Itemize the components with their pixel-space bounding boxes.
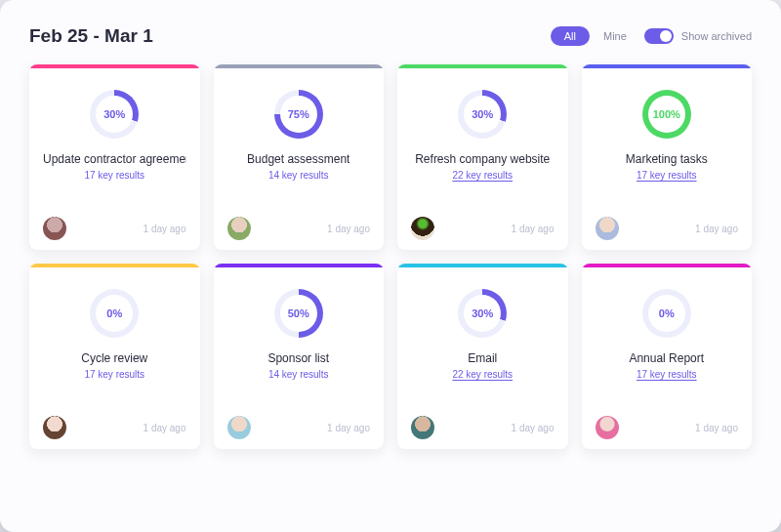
card-footer: 1 day ago <box>596 217 739 240</box>
card-timestamp: 1 day ago <box>327 224 370 234</box>
owner-avatar[interactable] <box>43 416 66 439</box>
progress-ring: 30% <box>458 289 507 338</box>
key-results-link[interactable]: 14 key results <box>268 170 329 181</box>
progress-value: 30% <box>472 108 493 120</box>
owner-avatar[interactable] <box>596 217 619 240</box>
owner-avatar[interactable] <box>227 217 251 240</box>
key-results-link[interactable]: 17 key results <box>637 369 697 380</box>
key-results-link[interactable]: 17 key results <box>637 170 697 181</box>
card-timestamp: 1 day ago <box>695 423 738 433</box>
card-timestamp: 1 day ago <box>512 224 555 234</box>
archive-toggle[interactable] <box>644 28 674 44</box>
progress-ring: 0% <box>90 289 139 338</box>
progress-value: 30% <box>472 307 493 319</box>
card-accent-bar <box>397 264 568 267</box>
goal-card[interactable]: 30%Update contractor agreemen17 key resu… <box>29 64 200 250</box>
archive-toggle-group: Show archived <box>644 28 752 44</box>
card-accent-bar <box>582 264 753 267</box>
key-results-link[interactable]: 22 key results <box>452 369 513 380</box>
header-controls: All Mine Show archived <box>551 26 752 46</box>
progress-ring: 0% <box>642 289 691 338</box>
card-footer: 1 day ago <box>227 416 371 439</box>
filter-tabs: All Mine <box>551 26 627 46</box>
card-title: Marketing tasks <box>626 152 708 166</box>
key-results-link[interactable]: 22 key results <box>452 170 513 181</box>
header: Feb 25 - Mar 1 All Mine Show archived <box>29 25 752 47</box>
goal-card[interactable]: 75%Budget assessment14 key results1 day … <box>214 64 385 250</box>
card-title: Email <box>468 351 497 365</box>
progress-ring: 30% <box>458 90 507 139</box>
progress-value: 30% <box>103 108 125 120</box>
card-accent-bar <box>214 264 385 267</box>
card-timestamp: 1 day ago <box>144 224 186 234</box>
filter-mine-button[interactable]: Mine <box>603 30 627 42</box>
owner-avatar[interactable] <box>227 416 251 439</box>
progress-value: 50% <box>288 307 309 319</box>
owner-avatar[interactable] <box>411 416 434 439</box>
goal-card[interactable]: 30%Email22 key results1 day ago <box>397 264 568 449</box>
key-results-link[interactable]: 17 key results <box>84 369 144 380</box>
card-footer: 1 day ago <box>43 217 186 240</box>
archive-toggle-label: Show archived <box>681 30 752 42</box>
key-results-link[interactable]: 14 key results <box>268 369 329 380</box>
goal-card[interactable]: 50%Sponsor list14 key results1 day ago <box>214 264 385 449</box>
card-title: Annual Report <box>629 351 704 365</box>
goal-card[interactable]: 100%Marketing tasks17 key results1 day a… <box>582 64 753 250</box>
key-results-link[interactable]: 17 key results <box>84 170 144 181</box>
goal-card[interactable]: 0%Annual Report17 key results1 day ago <box>582 264 753 449</box>
card-title: Update contractor agreemen <box>43 152 186 166</box>
owner-avatar[interactable] <box>596 416 619 439</box>
progress-value: 75% <box>288 108 309 120</box>
goal-card[interactable]: 0%Cycle review17 key results1 day ago <box>29 264 200 449</box>
card-footer: 1 day ago <box>43 416 186 439</box>
card-timestamp: 1 day ago <box>144 423 186 433</box>
card-accent-bar <box>214 64 385 68</box>
card-accent-bar <box>397 64 568 68</box>
card-accent-bar <box>29 64 200 68</box>
card-footer: 1 day ago <box>596 416 739 439</box>
progress-value: 0% <box>659 307 675 319</box>
filter-all-button[interactable]: All <box>551 26 590 46</box>
card-footer: 1 day ago <box>411 217 555 240</box>
progress-ring: 75% <box>274 90 323 139</box>
card-accent-bar <box>29 264 200 267</box>
card-title: Sponsor list <box>267 351 329 365</box>
card-title: Budget assessment <box>247 152 349 166</box>
card-timestamp: 1 day ago <box>512 423 555 433</box>
progress-value: 0% <box>106 307 122 319</box>
progress-value: 100% <box>653 108 680 120</box>
progress-ring: 30% <box>90 90 139 139</box>
owner-avatar[interactable] <box>411 217 434 240</box>
card-title: Refresh company website <box>415 152 550 166</box>
owner-avatar[interactable] <box>43 217 66 240</box>
card-footer: 1 day ago <box>227 217 371 240</box>
card-footer: 1 day ago <box>411 416 555 439</box>
card-title: Cycle review <box>81 351 147 365</box>
app-frame: Feb 25 - Mar 1 All Mine Show archived 30… <box>0 0 781 532</box>
goal-card[interactable]: 30%Refresh company website22 key results… <box>397 64 568 250</box>
card-timestamp: 1 day ago <box>327 423 370 433</box>
date-range: Feb 25 - Mar 1 <box>29 25 153 47</box>
card-timestamp: 1 day ago <box>695 224 738 234</box>
cards-grid: 30%Update contractor agreemen17 key resu… <box>29 64 752 449</box>
progress-ring: 50% <box>274 289 323 338</box>
progress-ring: 100% <box>642 90 691 139</box>
card-accent-bar <box>582 64 753 68</box>
